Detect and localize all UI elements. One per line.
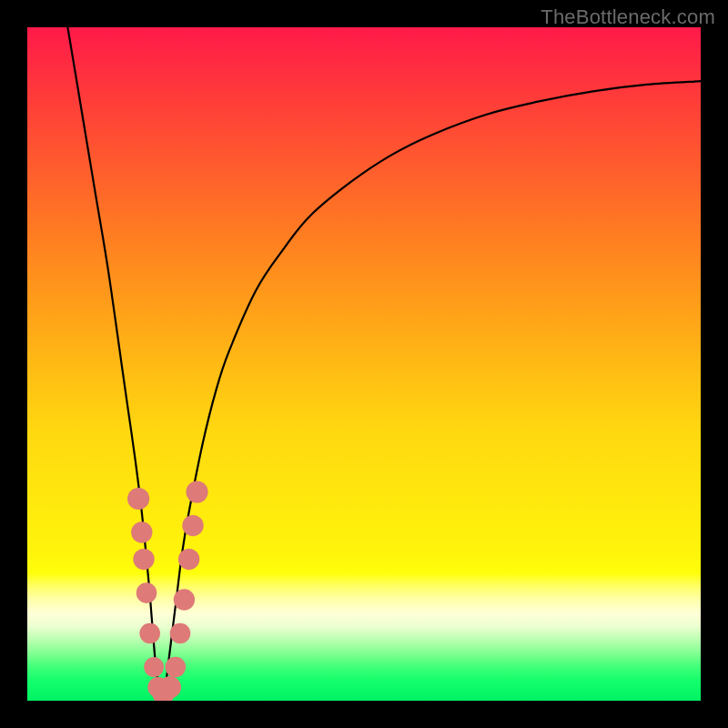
data-marker (133, 549, 154, 570)
data-marker (174, 589, 195, 610)
bottleneck-curve (67, 27, 701, 701)
data-marker (136, 582, 157, 603)
chart-svg (27, 27, 701, 701)
watermark-text: TheBottleneck.com (541, 5, 715, 29)
chart-frame: TheBottleneck.com (0, 0, 728, 728)
data-marker (170, 623, 191, 644)
data-marker (178, 549, 199, 570)
data-marker (159, 676, 181, 698)
data-marker (186, 481, 207, 503)
data-marker (131, 521, 152, 542)
plot-area (27, 27, 701, 701)
data-marker (182, 515, 203, 536)
data-marker (144, 657, 164, 677)
data-marker (166, 657, 187, 678)
data-marker (127, 488, 149, 510)
data-marker (139, 623, 160, 644)
marker-group (127, 481, 208, 702)
